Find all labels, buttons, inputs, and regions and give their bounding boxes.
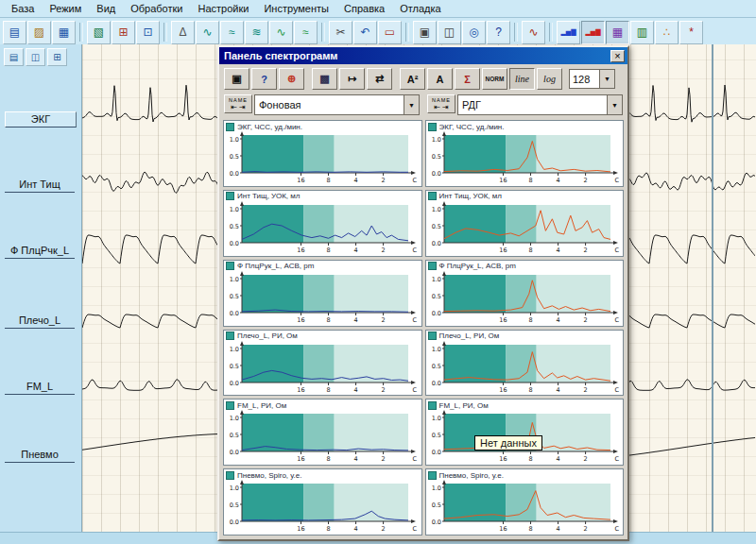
shift-range-button[interactable]: ↦ [339, 68, 365, 90]
svg-text:8: 8 [528, 386, 532, 394]
patient-add-icon[interactable]: ⊞ [112, 21, 135, 44]
svg-text:2: 2 [382, 177, 386, 184]
svg-text:16: 16 [499, 177, 507, 184]
channel-button-2[interactable]: Инт Тищ [5, 178, 75, 193]
close-icon[interactable]: × [610, 50, 625, 62]
chevron-down-icon[interactable]: ▼ [404, 95, 419, 114]
copy-icon[interactable]: ◫ [438, 21, 461, 44]
chart-title: Инт Тищ, УОК, мл [439, 192, 502, 200]
table-icon[interactable]: ▥ [630, 21, 654, 44]
patient-list-icon[interactable]: ▧ [87, 21, 111, 44]
record-wave-4-icon[interactable]: ∿ [269, 21, 293, 44]
points-count-select[interactable]: 128▼ [569, 69, 615, 89]
spectrogram-grid: ЭКГ, ЧСС, уд./мин.1.00.50.016842СЭКГ, ЧС… [223, 120, 624, 536]
link-pages-icon[interactable]: ⊞ [47, 48, 67, 66]
svg-text:1.0: 1.0 [431, 136, 440, 144]
norm-button[interactable]: NORM [482, 68, 507, 90]
menu-item-8[interactable]: Отладка [392, 1, 448, 16]
tooltip: Нет данных [474, 435, 542, 450]
name-mode-button-left[interactable]: NAME ⇤ ⇥ [224, 94, 252, 113]
preview-icon[interactable]: ◎ [462, 21, 486, 44]
print-button[interactable]: ▣ [224, 68, 249, 90]
menu-item-1[interactable]: База [4, 1, 42, 16]
svg-text:2: 2 [583, 246, 587, 254]
record-wave-2-icon[interactable]: ≈ [220, 21, 244, 44]
svg-text:8: 8 [528, 177, 532, 184]
chart-title: Пневмо, Spiro, у.е. [439, 471, 504, 480]
database-icon[interactable]: ▦ [52, 21, 76, 44]
amplitude-squared-button[interactable]: A² [400, 68, 425, 90]
log-scale-button[interactable]: log [537, 68, 562, 90]
chevron-down-icon[interactable]: ▼ [607, 95, 622, 114]
menu-item-5[interactable]: Настройки [190, 1, 256, 16]
channel-button-5[interactable]: FM_L [5, 380, 75, 395]
spectrogram-icon[interactable]: ▦ [606, 21, 629, 44]
chevron-down-icon[interactable]: ▼ [599, 70, 614, 88]
swap-range-button[interactable]: ⇄ [367, 68, 392, 90]
svg-text:0.0: 0.0 [431, 170, 440, 178]
histogram-blue-icon[interactable]: ▂▅▇ [557, 21, 580, 44]
svg-text:16: 16 [499, 455, 507, 463]
name-mode-button-right[interactable]: NAME ⇤ ⇥ [427, 94, 455, 113]
record-wave-3-icon[interactable]: ≋ [245, 21, 268, 44]
menu-item-7[interactable]: Справка [336, 1, 392, 16]
delete-icon[interactable]: ▭ [378, 21, 402, 44]
svg-text:2: 2 [583, 525, 587, 533]
line-scale-button[interactable]: line [509, 68, 535, 90]
channel-button-6[interactable]: Пневмо [5, 448, 75, 463]
menu-item-2[interactable]: Режим [42, 1, 89, 16]
record-wave-1-icon[interactable]: ∿ [196, 21, 219, 44]
svg-text:0.0: 0.0 [431, 309, 440, 316]
channel-button-1[interactable]: ЭКГ [5, 111, 77, 128]
cut-icon[interactable]: ✂ [329, 21, 352, 44]
menu-item-4[interactable]: Обработки [123, 1, 190, 16]
amplitude-button[interactable]: A [427, 68, 453, 90]
menu-item-6[interactable]: Инструменты [256, 1, 336, 16]
svg-text:1.0: 1.0 [230, 345, 239, 352]
new-record-icon[interactable]: ▤ [3, 21, 26, 44]
menu-item-3[interactable]: Вид [89, 1, 123, 16]
spectrogram-cell-5: Ф ПлцРук_L, АСВ, pm1.00.50.016842С [223, 260, 422, 327]
svg-text:1.0: 1.0 [230, 415, 239, 422]
svg-text:1.0: 1.0 [431, 205, 440, 212]
view-mode-button[interactable]: ▩ [312, 68, 337, 90]
spectrogram-cell-6: Ф ПлцРук_L, АСВ, pm1.00.50.016842С [425, 260, 625, 327]
spectrogram-cell-7: Плечо_L, РИ, Ом1.00.50.016842С [223, 330, 422, 397]
signal-icon[interactable]: ∿ [522, 21, 545, 44]
channel-button-4[interactable]: Плечо_L [5, 314, 75, 329]
svg-text:0.5: 0.5 [431, 292, 440, 299]
balance-icon[interactable]: Δ [171, 21, 195, 44]
signal-select-right[interactable]: РДГ ▼ [457, 94, 623, 115]
svg-text:16: 16 [297, 177, 304, 184]
dialog-titlebar[interactable]: Панель спектрограмм × [219, 47, 627, 64]
undo-icon[interactable]: ↶ [353, 21, 377, 44]
svg-text:0.0: 0.0 [431, 449, 440, 456]
new-page-icon[interactable]: ▤ [4, 48, 24, 66]
print-icon[interactable]: ▣ [413, 21, 437, 44]
svg-text:1.0: 1.0 [230, 205, 239, 212]
sum-button[interactable]: Σ [455, 68, 480, 90]
svg-text:1.0: 1.0 [431, 345, 440, 352]
chart-title: Ф ПлцРук_L, АСВ, pm [237, 262, 314, 270]
svg-text:16: 16 [297, 316, 304, 324]
record-wave-5-icon[interactable]: ≈ [294, 21, 318, 44]
histogram-red-icon[interactable]: ▂▅▇ [581, 21, 605, 44]
help-icon[interactable]: ? [487, 21, 510, 44]
signal-select-left[interactable]: Фоновая ▼ [254, 94, 420, 115]
svg-text:4: 4 [353, 525, 357, 533]
patient-search-icon[interactable]: ⊡ [136, 21, 160, 44]
svg-text:8: 8 [528, 455, 532, 463]
help-button[interactable]: ? [251, 68, 277, 90]
pane-splitter[interactable] [712, 44, 713, 533]
spectrogram-cell-3: Инт Тищ, УОК, мл1.00.50.016842С [223, 190, 422, 257]
scatter-icon[interactable]: ∴ [655, 21, 679, 44]
settings-icon[interactable]: * [679, 21, 703, 44]
globe-button[interactable]: ⊕ [279, 68, 304, 90]
svg-text:0.0: 0.0 [431, 239, 440, 246]
spectrogram-cell-9: FM_L, РИ, Ом1.00.50.016842С [223, 399, 422, 466]
spectrogram-cell-12: Пневмо, Spiro, у.е.1.00.50.016842С [425, 468, 625, 536]
chart-title: ЭКГ, ЧСС, уд./мин. [439, 123, 505, 131]
open-record-icon[interactable]: ▨ [27, 21, 51, 44]
copy-page-icon[interactable]: ◫ [26, 48, 45, 66]
channel-button-3[interactable]: Ф ПлцРчк_L [5, 244, 75, 259]
